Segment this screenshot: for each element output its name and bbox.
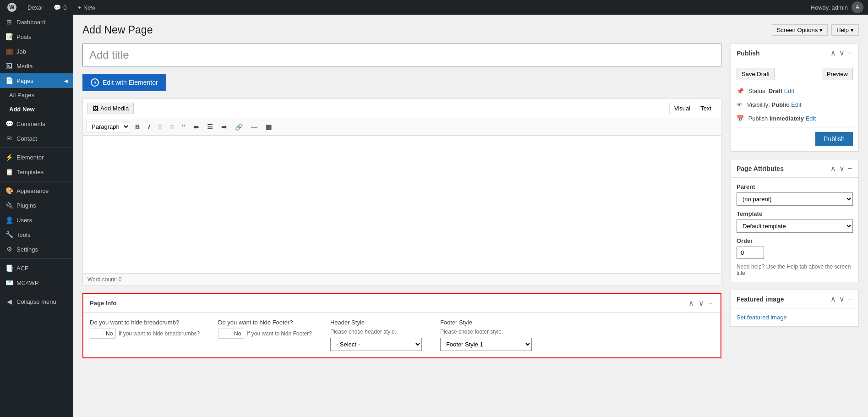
site-name-button[interactable]: Dexai [25, 0, 45, 15]
breadcrumb-toggle[interactable]: No [90, 329, 116, 339]
page-title-input[interactable] [82, 44, 721, 66]
more-button[interactable]: — [248, 121, 261, 132]
chevron-down-icon: ▾ [819, 27, 823, 33]
edit-with-elementor-button[interactable]: e Edit with Elementor [82, 74, 166, 91]
status-edit-link[interactable]: Edit [784, 88, 794, 94]
sidebar-item-media[interactable]: 🖼 Media [0, 59, 73, 73]
italic-button[interactable]: I [145, 121, 153, 132]
footer-style-field: Footer Style Please chose footer style. … [440, 319, 532, 351]
blockquote-button[interactable]: " [179, 121, 188, 132]
sidebar-collapse-button[interactable]: ◀ Collapse menu [0, 294, 73, 309]
wp-logo-button[interactable]: W [5, 0, 19, 15]
sidebar-item-users[interactable]: 👤 Users [0, 213, 73, 227]
publish-visibility-row: 👁 Visibility: Public Edit [737, 99, 853, 110]
sidebar-item-mc4wp[interactable]: 📧 MC4WP [0, 275, 73, 290]
sidebar-item-label: Plugins [16, 202, 36, 209]
table-button[interactable]: ▦ [262, 121, 275, 132]
visibility-edit-link[interactable]: Edit [791, 101, 801, 108]
paragraph-select[interactable]: Paragraph Heading 1 Heading 2 Heading 3 [87, 121, 130, 132]
admin-bar-right: Howdy, admin A [811, 1, 863, 13]
sidebar-divider-2 [0, 181, 73, 181]
unordered-list-button[interactable]: ≡ [155, 121, 165, 132]
publish-panel-title: Publish [737, 49, 760, 57]
publish-panel-down-button[interactable]: ∨ [838, 49, 846, 57]
sidebar-item-all-pages[interactable]: All Pages [0, 88, 73, 102]
publish-panel-up-button[interactable]: ∧ [830, 49, 837, 57]
preview-button[interactable]: Preview [822, 68, 853, 80]
elementor-button-label: Edit with Elementor [103, 79, 158, 86]
sidebar-divider [0, 148, 73, 148]
sidebar-item-dashboard[interactable]: ⊞ Dashboard [0, 15, 73, 29]
sidebar-item-plugins[interactable]: 🔌 Plugins [0, 198, 73, 213]
page-info-title: Page Info [90, 300, 117, 307]
meta-box-close-button[interactable]: − [707, 299, 714, 307]
sidebar-item-label: Elementor [16, 154, 44, 161]
page-attr-down-button[interactable]: ∨ [838, 164, 846, 173]
sidebar-item-elementor[interactable]: ⚡ Elementor [0, 150, 73, 165]
sidebar-item-job[interactable]: 💼 Job [0, 44, 73, 59]
editor-body[interactable] [83, 136, 721, 273]
page-info-content: Do you want to hide breadcrumb? No if yo… [83, 313, 721, 357]
ordered-list-button[interactable]: ≡ [167, 121, 177, 132]
sidebar-item-add-new[interactable]: Add New [0, 102, 73, 116]
header-style-select[interactable]: - Select - [330, 338, 422, 351]
comments-button[interactable]: 💬 0 [51, 0, 69, 15]
howdy-text: Howdy, admin [811, 4, 848, 11]
sidebar-item-posts[interactable]: 📝 Posts [0, 29, 73, 44]
featured-image-up-button[interactable]: ∧ [830, 295, 837, 303]
featured-image-close-button[interactable]: − [847, 295, 853, 303]
template-select[interactable]: Default template [737, 219, 853, 233]
publish-date-edit-link[interactable]: Edit [806, 115, 816, 122]
sidebar-item-settings[interactable]: ⚙ Settings [0, 242, 73, 257]
parent-select[interactable]: (no parent) [737, 192, 853, 206]
chevron-down-icon: ▾ [851, 27, 854, 33]
help-button[interactable]: Help ▾ [831, 24, 859, 36]
footer-toggle[interactable]: No [218, 329, 244, 339]
link-button[interactable]: 🔗 [232, 121, 246, 132]
align-left-button[interactable]: ⬅ [190, 121, 202, 132]
meta-box-collapse-down-button[interactable]: ∨ [697, 299, 705, 307]
header-style-label: Header Style [330, 319, 422, 326]
sidebar-item-label: Dashboard [16, 19, 46, 26]
page-attributes-panel-header: Page Attributes ∧ ∨ − [731, 159, 858, 178]
meta-box-collapse-up-button[interactable]: ∧ [687, 299, 695, 307]
breadcrumb-toggle-label: No [103, 329, 115, 338]
footer-toggle-track [218, 329, 231, 338]
page-attr-up-button[interactable]: ∧ [830, 164, 837, 173]
sidebar-item-templates[interactable]: 📋 Templates [0, 165, 73, 179]
screen-options-button[interactable]: Screen Options ▾ [772, 24, 828, 36]
bold-button[interactable]: B [132, 121, 143, 132]
parent-field: Parent (no parent) [737, 183, 853, 206]
align-right-button[interactable]: ➡ [218, 121, 230, 132]
publish-panel-close-button[interactable]: − [847, 49, 853, 57]
sidebar-item-pages[interactable]: 📄 Pages ◀ [0, 73, 73, 88]
page-attr-close-button[interactable]: − [847, 164, 853, 173]
add-media-button[interactable]: 🖼 Add Media [87, 103, 134, 114]
sidebar-item-comments[interactable]: 💬 Comments [0, 116, 73, 131]
set-featured-image-link[interactable]: Set featured image [737, 314, 787, 321]
appearance-icon: 🎨 [5, 187, 13, 194]
order-field: Order [737, 237, 853, 259]
sidebar-item-tools[interactable]: 🔧 Tools [0, 227, 73, 242]
tab-visual[interactable]: Visual [669, 103, 695, 114]
settings-icon: ⚙ [5, 246, 13, 253]
publish-button[interactable]: Publish [815, 132, 853, 146]
save-draft-button[interactable]: Save Draft [737, 68, 775, 80]
sidebar-item-contact[interactable]: ✉ Contact [0, 131, 73, 146]
order-input[interactable] [737, 247, 764, 259]
help-text: Need help? Use the Help tab above the sc… [737, 263, 853, 276]
page-attributes-panel: Page Attributes ∧ ∨ − Parent (no parent) [731, 159, 859, 282]
tab-text[interactable]: Text [695, 103, 716, 114]
new-label: New [83, 4, 95, 11]
sidebar-item-appearance[interactable]: 🎨 Appearance [0, 183, 73, 198]
featured-image-down-button[interactable]: ∨ [838, 295, 846, 303]
sidebar-item-acf[interactable]: 📑 ACF [0, 261, 73, 275]
header-style-description: Please chose header style. [330, 329, 422, 335]
publish-panel-body: Save Draft Preview 📌 Status: Draft Edit [731, 62, 858, 151]
page-info-controls: ∧ ∨ − [687, 299, 714, 307]
align-center-button[interactable]: ☰ [204, 121, 216, 132]
footer-style-select[interactable]: Footer Style 1 Footer Style 2 [440, 338, 532, 351]
status-edit-text: Edit [784, 88, 794, 94]
new-content-button[interactable]: + New [75, 0, 98, 15]
featured-image-panel: Featured image ∧ ∨ − Set featured image [731, 290, 859, 327]
